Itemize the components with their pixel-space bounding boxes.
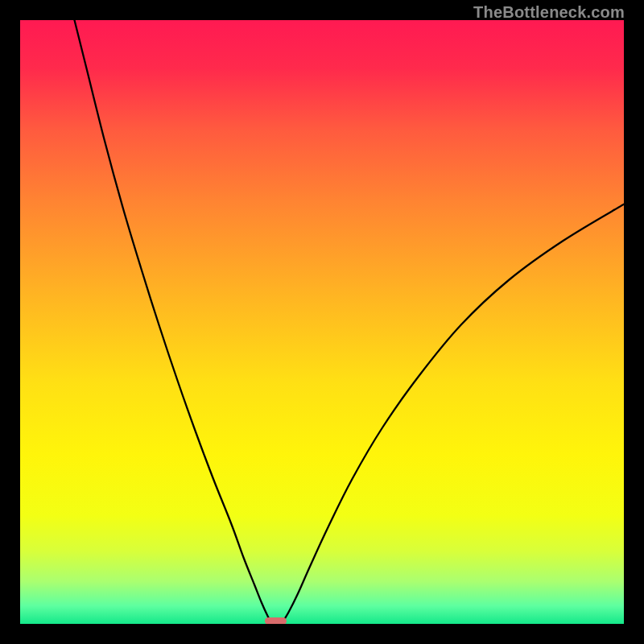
minimum-marker [265,617,287,624]
watermark-text: TheBottleneck.com [473,3,625,22]
plot-area [20,20,624,624]
chart-frame: TheBottleneck.com [0,0,644,644]
bottleneck-curve [20,20,624,624]
curve-left [75,20,272,624]
curve-right [282,204,624,624]
